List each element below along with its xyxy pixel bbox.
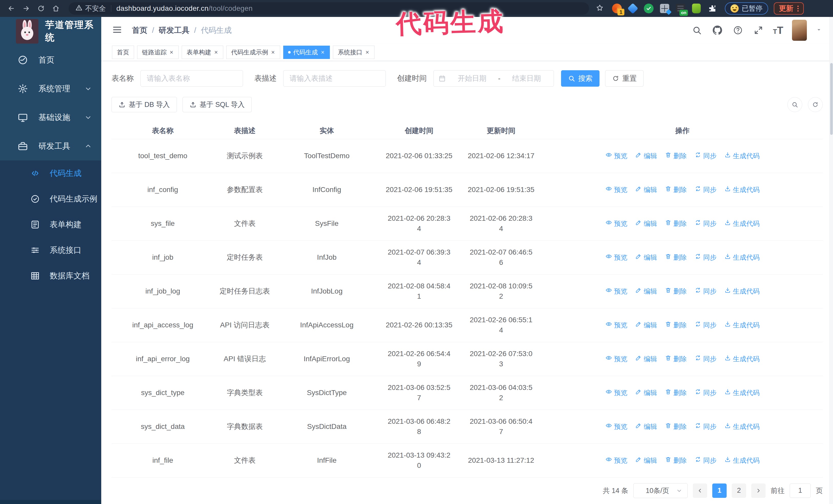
close-icon[interactable]: ×: [271, 49, 275, 56]
scrollbar-thumb[interactable]: [830, 63, 833, 135]
extension-grid-icon[interactable]: [659, 3, 670, 14]
sync-action-link[interactable]: 同步: [695, 354, 717, 364]
kebab-menu-icon[interactable]: [798, 6, 799, 11]
refresh-table-icon[interactable]: [808, 97, 823, 112]
caret-down-icon[interactable]: [815, 26, 822, 34]
tab-链路追踪[interactable]: 链路追踪×: [137, 46, 178, 59]
extension-green-icon[interactable]: [691, 3, 702, 14]
sidebar-item-gear[interactable]: 系统管理: [0, 74, 101, 103]
eye-action-link[interactable]: 预览: [605, 151, 627, 161]
delete-action-link[interactable]: 删除: [665, 218, 687, 229]
edit-action-link[interactable]: 编辑: [635, 354, 657, 364]
sync-action-link[interactable]: 同步: [695, 388, 717, 398]
tab-首页[interactable]: 首页: [112, 46, 134, 59]
edit-action-link[interactable]: 编辑: [635, 185, 657, 195]
edit-action-link[interactable]: 编辑: [635, 218, 657, 229]
eye-action-link[interactable]: 预览: [605, 218, 627, 229]
table-desc-input[interactable]: [283, 70, 386, 87]
back-icon[interactable]: [6, 3, 17, 14]
edit-action-link[interactable]: 编辑: [635, 252, 657, 263]
download-action-link[interactable]: 生成代码: [724, 185, 760, 195]
reset-button[interactable]: 重置: [605, 70, 644, 87]
goto-page-input[interactable]: [790, 483, 811, 498]
tab-系统接口[interactable]: 系统接口×: [333, 46, 375, 59]
sync-action-link[interactable]: 同步: [695, 422, 717, 432]
delete-action-link[interactable]: 删除: [665, 286, 687, 296]
sidebar-item-monitor[interactable]: 基础设施: [0, 103, 101, 132]
sync-action-link[interactable]: 同步: [695, 252, 717, 263]
help-icon[interactable]: [732, 24, 744, 36]
breadcrumb-item[interactable]: 首页: [132, 25, 147, 35]
sync-action-link[interactable]: 同步: [695, 218, 717, 229]
toggle-search-icon[interactable]: [787, 97, 802, 112]
extension-dark-icon[interactable]: on: [675, 3, 686, 14]
address-bar[interactable]: 不安全 dashboard.yudao.iocoder.cn/tool/code…: [69, 2, 589, 15]
delete-action-link[interactable]: 删除: [665, 422, 687, 432]
eye-action-link[interactable]: 预览: [605, 422, 627, 432]
eye-action-link[interactable]: 预览: [605, 455, 627, 465]
download-action-link[interactable]: 生成代码: [724, 455, 760, 465]
paused-badge[interactable]: 已暂停: [725, 2, 768, 15]
delete-action-link[interactable]: 删除: [665, 185, 687, 195]
sidebar-subitem-form[interactable]: 表单构建: [0, 212, 101, 237]
tab-表单构建[interactable]: 表单构建×: [182, 46, 223, 59]
puzzle-icon[interactable]: [707, 3, 718, 14]
close-icon[interactable]: ×: [169, 49, 174, 56]
date-range-picker[interactable]: 开始日期 - 结束日期: [433, 70, 554, 87]
bookmark-star-icon[interactable]: [596, 4, 604, 13]
download-action-link[interactable]: 生成代码: [724, 320, 760, 330]
close-icon[interactable]: ×: [320, 49, 325, 56]
edit-action-link[interactable]: 编辑: [635, 388, 657, 398]
sidebar-item-toolbox[interactable]: 研发工具: [0, 132, 101, 161]
breadcrumb-item[interactable]: 研发工具: [159, 25, 189, 35]
close-icon[interactable]: ×: [365, 49, 370, 56]
logo-row[interactable]: 芋道管理系统: [0, 17, 101, 46]
tab-代码生成[interactable]: 代码生成×: [283, 46, 330, 59]
hamburger-icon[interactable]: [112, 25, 123, 36]
next-page-button[interactable]: [751, 483, 766, 498]
extension-swirl-icon[interactable]: 1: [612, 3, 622, 14]
download-action-link[interactable]: 生成代码: [724, 252, 760, 263]
extension-gem-icon[interactable]: [627, 3, 638, 14]
extension-check-icon[interactable]: [643, 3, 654, 14]
update-button[interactable]: 更新: [774, 2, 804, 15]
page-button-1[interactable]: 1: [712, 483, 727, 498]
eye-action-link[interactable]: 预览: [605, 320, 627, 330]
sync-action-link[interactable]: 同步: [695, 185, 717, 195]
download-action-link[interactable]: 生成代码: [724, 151, 760, 161]
delete-action-link[interactable]: 删除: [665, 388, 687, 398]
edit-action-link[interactable]: 编辑: [635, 151, 657, 161]
download-action-link[interactable]: 生成代码: [724, 388, 760, 398]
search-button[interactable]: 搜索: [561, 70, 599, 87]
page-button-2[interactable]: 2: [732, 483, 746, 498]
sync-action-link[interactable]: 同步: [695, 286, 717, 296]
sync-action-link[interactable]: 同步: [695, 455, 717, 465]
edit-action-link[interactable]: 编辑: [635, 320, 657, 330]
eye-action-link[interactable]: 预览: [605, 185, 627, 195]
eye-action-link[interactable]: 预览: [605, 286, 627, 296]
sidebar-item-home[interactable]: 首页: [0, 46, 101, 74]
sidebar-subitem-example[interactable]: 代码生成示例: [0, 186, 101, 212]
edit-action-link[interactable]: 编辑: [635, 422, 657, 432]
edit-action-link[interactable]: 编辑: [635, 286, 657, 296]
download-action-link[interactable]: 生成代码: [724, 354, 760, 364]
sidebar-subitem-api[interactable]: 系统接口: [0, 237, 101, 263]
search-icon[interactable]: [691, 24, 703, 36]
edit-action-link[interactable]: 编辑: [635, 455, 657, 465]
table-name-input[interactable]: [140, 70, 243, 87]
sync-action-link[interactable]: 同步: [695, 320, 717, 330]
font-size-icon[interactable]: TT: [773, 25, 783, 35]
db-import-button[interactable]: 基于 DB 导入: [112, 97, 177, 112]
delete-action-link[interactable]: 删除: [665, 320, 687, 330]
close-icon[interactable]: ×: [214, 49, 218, 56]
delete-action-link[interactable]: 删除: [665, 252, 687, 263]
delete-action-link[interactable]: 删除: [665, 455, 687, 465]
tab-代码生成示例[interactable]: 代码生成示例×: [226, 46, 280, 59]
home-button-icon[interactable]: [50, 3, 62, 14]
prev-page-button[interactable]: [693, 483, 707, 498]
eye-action-link[interactable]: 预览: [605, 388, 627, 398]
reload-icon[interactable]: [35, 3, 47, 14]
download-action-link[interactable]: 生成代码: [724, 286, 760, 296]
delete-action-link[interactable]: 删除: [665, 151, 687, 161]
page-scrollbar[interactable]: [829, 17, 833, 504]
